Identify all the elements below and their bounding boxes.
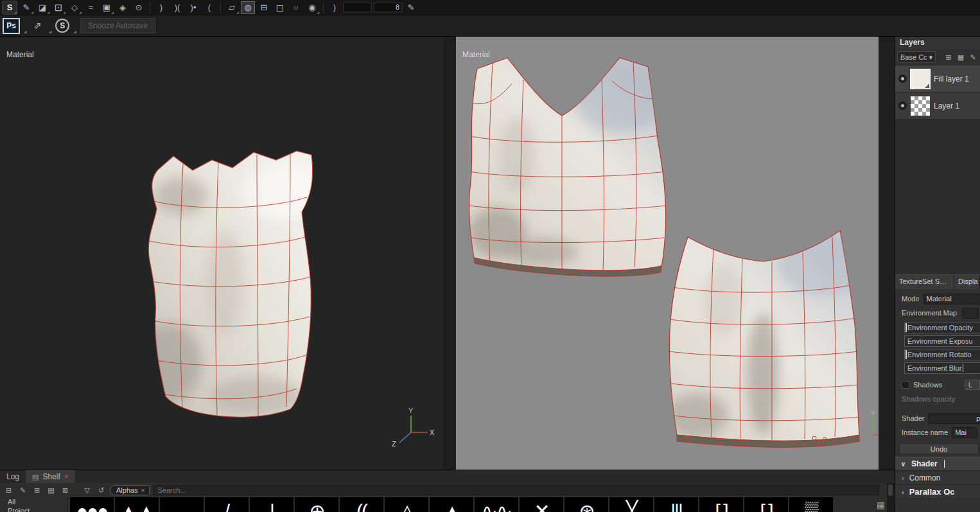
undo-icon[interactable]: ↺ [96, 485, 107, 496]
search-input[interactable] [153, 485, 879, 495]
substance-logo[interactable]: S [2, 1, 17, 15]
add-resources-icon[interactable]: ⊞ [31, 485, 42, 496]
layer-paint-icon[interactable]: ✎ [968, 52, 978, 62]
projection-tool[interactable]: ⊡ [51, 1, 66, 14]
blend-mode-select[interactable]: Base Cc ▾ [897, 51, 936, 63]
zoom-tool[interactable]: ⊙ [132, 1, 146, 14]
thumbnail-size-icon[interactable]: ▦ [877, 500, 885, 510]
falloff-dot-icon[interactable]: )• [186, 1, 200, 14]
shader-select[interactable]: pb [928, 413, 980, 424]
environment-rotation-slider[interactable]: Environment Rotatio [904, 349, 980, 360]
alpha-thumbnail[interactable]: ▲▲ [115, 497, 159, 512]
monitor-icon[interactable]: ⊟ [257, 1, 271, 14]
layer-visibility-toggle[interactable] [898, 102, 907, 110]
export-to-photoshop-icon[interactable]: ⇗ [31, 19, 45, 32]
clone-tool[interactable]: ▣ [100, 1, 114, 14]
material-picker-tool[interactable]: ◈ [116, 1, 130, 14]
tab-log[interactable]: Log [0, 470, 26, 483]
close-icon[interactable]: × [64, 472, 69, 481]
cylinder-icon[interactable]: ○ [289, 1, 303, 14]
layer-row[interactable]: Fill layer 1 [895, 66, 980, 93]
substance-source-icon[interactable]: S [55, 19, 69, 33]
brush-flow-field[interactable] [344, 3, 372, 12]
undo-button[interactable]: Undo [899, 443, 979, 454]
snooze-autosave-button[interactable]: Snooze Autosave [80, 18, 155, 33]
layer-mask-icon[interactable]: ▦ [956, 52, 966, 62]
alpha-thumbnail[interactable]: ✕ [520, 497, 563, 512]
alpha-glyph: ●●● [76, 497, 107, 512]
shader-section-header[interactable]: ∨ Shader [895, 457, 980, 471]
dock-panel-icon[interactable]: ⊟ [3, 485, 14, 496]
viewport-3d[interactable]: Material [0, 37, 443, 470]
camera-icon[interactable]: ◉ [305, 1, 319, 14]
layer-thumbnail[interactable] [911, 96, 930, 116]
alpha-thumbnail[interactable]: / [205, 497, 249, 512]
cube-icon[interactable]: ◻ [273, 1, 287, 14]
alpha-glyph: △ [399, 497, 413, 512]
tab-display-settings[interactable]: Displa [954, 275, 980, 289]
edit-value-pencil-icon[interactable]: ✎ [404, 1, 418, 14]
falloff-curve-icon[interactable]: ) [328, 1, 342, 14]
resources-list-icon[interactable]: ▤ [46, 485, 57, 496]
eraser-tool[interactable]: ◪ [35, 1, 49, 14]
alpha-thumbnail[interactable]: | [250, 497, 293, 512]
alpha-thumbnail[interactable]: [ ] [699, 497, 743, 512]
filter-chip-alphas[interactable]: Alphas × [110, 485, 150, 495]
environment-opacity-slider[interactable]: Environment Opacity [904, 322, 980, 333]
expander-icon[interactable]: ◢ [49, 29, 52, 33]
scrollbar[interactable] [887, 483, 894, 512]
layer-visibility-toggle[interactable] [898, 75, 907, 83]
photoshop-button[interactable]: Ps [3, 18, 20, 34]
filter-icon[interactable]: ▽ [82, 485, 92, 496]
shelf-category-all[interactable]: All [0, 497, 67, 506]
tab-shelf[interactable]: ▤ Shelf × [26, 470, 75, 483]
text-cursor [944, 460, 945, 468]
scrollbar-thumb[interactable] [888, 484, 893, 496]
alpha-thumbnail[interactable]: ▒ [789, 497, 833, 512]
falloff-left-icon[interactable]: ) [154, 1, 168, 14]
paint-brush-tool[interactable]: ✎ [19, 1, 33, 14]
section-common[interactable]: › Common [895, 471, 980, 485]
falloff-right-icon[interactable]: ( [202, 1, 216, 14]
alpha-thumbnail[interactable]: ⊕ [295, 497, 338, 512]
layers-filter-icon[interactable]: ⊞ [943, 52, 954, 62]
filter-chip-label: Alphas [116, 486, 138, 494]
layer-row[interactable]: Layer 1 [895, 93, 980, 119]
edit-resources-icon[interactable]: ✎ [17, 485, 28, 496]
alpha-glyph: ∿∿ [482, 497, 511, 512]
alpha-thumbnail[interactable]: ╳ [609, 497, 653, 512]
environment-blur-slider[interactable]: Environment Blur [904, 362, 980, 374]
export-resources-icon[interactable]: ⊠ [60, 485, 71, 496]
viewport-2d[interactable]: Material [456, 37, 879, 470]
brush-size-field[interactable]: 8 [374, 3, 402, 12]
alpha-thumbnail[interactable]: [ ] [744, 497, 788, 512]
alpha-thumbnail[interactable]: ▬ [160, 497, 204, 512]
stencil-icon[interactable]: ▱ [225, 1, 239, 14]
environment-map-field[interactable] [962, 308, 979, 319]
alpha-thumbnail[interactable]: ∿∿ [475, 497, 518, 512]
alpha-thumbnail[interactable]: ⊛ [564, 497, 608, 512]
close-icon[interactable]: × [141, 487, 145, 494]
garment-mesh-3d [122, 119, 334, 421]
alpha-thumbnail[interactable]: ●●● [70, 497, 114, 512]
alpha-thumbnail[interactable]: ▲ [430, 497, 473, 512]
alpha-thumbnail[interactable]: ||| [654, 497, 698, 512]
expander-icon[interactable]: ◢ [24, 29, 27, 33]
tab-textureset-settings[interactable]: TextureSet S… [895, 275, 954, 289]
shadows-checkbox[interactable] [902, 381, 909, 389]
shadows-extra-button[interactable]: L [965, 380, 980, 390]
polygon-fill-tool[interactable]: ◇ [67, 1, 82, 14]
layer-thumbnail[interactable] [911, 69, 930, 89]
section-parallax-occlusion[interactable]: › Parallax Oc [895, 485, 980, 499]
smudge-tool[interactable]: ≈ [83, 1, 98, 14]
environment-exposure-slider[interactable]: Environment Exposu [904, 335, 980, 347]
instance-name-label: Instance name [902, 428, 948, 436]
expander-icon[interactable]: ◢ [73, 29, 76, 33]
shelf-category-project[interactable]: Project [0, 506, 67, 512]
alpha-thumbnail[interactable]: (( [340, 497, 383, 512]
viewer-settings-icon[interactable]: ◍ [241, 1, 255, 14]
alpha-thumbnail[interactable]: △ [385, 497, 428, 512]
instance-name-field[interactable]: Mai [952, 427, 977, 438]
mode-select[interactable]: Material ▾ [923, 294, 980, 305]
falloff-pair-icon[interactable]: )( [170, 1, 184, 14]
